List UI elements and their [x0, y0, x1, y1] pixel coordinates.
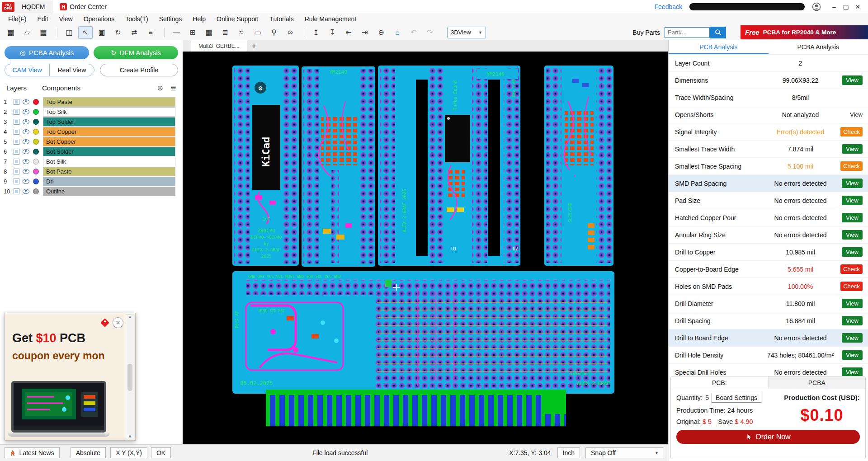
buy-parts-link[interactable]: Buy Parts — [632, 29, 660, 36]
scrollbar-thumb[interactable] — [127, 364, 132, 391]
promo-banner[interactable]: Free PCBA for RP2040 & More — [741, 25, 868, 39]
add-layer-icon[interactable]: ⊕ — [157, 84, 163, 92]
open-icon[interactable]: ▱ — [20, 26, 34, 39]
analysis-action-button[interactable]: View — [842, 367, 863, 377]
layer-color-dot[interactable] — [33, 129, 39, 135]
layer-row[interactable]: 7 Bot Silk — [0, 156, 183, 166]
pcb-canvas[interactable]: ⚙ KiCad 1uF Z80CPU DIP40->DIP40 by ALEX-… — [183, 52, 669, 444]
close-icon[interactable]: ✕ — [113, 317, 123, 328]
analysis-action-button[interactable]: View — [842, 144, 863, 154]
align-icon[interactable]: ≡ — [143, 26, 158, 39]
analysis-action-button[interactable]: View — [842, 247, 863, 257]
analysis-action-button[interactable]: View — [842, 350, 863, 360]
layer-row[interactable]: 1 Top Paste — [0, 97, 183, 107]
layer-checkbox[interactable] — [14, 159, 19, 165]
cam-view-button[interactable]: CAM View — [5, 64, 50, 76]
layer-name[interactable]: Bot Solder — [43, 147, 175, 156]
analysis-action-button[interactable]: View — [850, 111, 863, 118]
layer-checkbox[interactable] — [14, 129, 19, 135]
analysis-action-button[interactable]: Check — [840, 127, 863, 136]
visibility-eye-icon[interactable] — [23, 99, 29, 104]
layer-checkbox[interactable] — [14, 109, 19, 115]
layer-name[interactable]: Drl — [43, 177, 175, 186]
visibility-eye-icon[interactable] — [23, 159, 29, 164]
feedback-link[interactable]: Feedback — [655, 3, 682, 10]
menu-item[interactable]: Tutorials — [264, 15, 299, 23]
layer-checkbox[interactable] — [14, 149, 19, 155]
analysis-action-button[interactable]: View — [842, 179, 863, 188]
pan-right-icon[interactable]: ⇥ — [358, 26, 372, 39]
visibility-eye-icon[interactable] — [23, 129, 29, 134]
wave-icon[interactable]: ≈ — [234, 26, 249, 39]
layer-color-dot[interactable] — [33, 179, 39, 184]
visibility-eye-icon[interactable] — [23, 179, 29, 184]
import-icon[interactable]: ↧ — [325, 26, 340, 39]
snap-select[interactable]: Snap Off ▼ — [585, 447, 664, 458]
menu-item[interactable]: Rule Management — [299, 15, 362, 23]
layer-stack-icon[interactable]: ≣ — [218, 26, 232, 39]
select-cursor-icon[interactable]: ↖ — [78, 26, 93, 39]
layer-checkbox[interactable] — [14, 179, 19, 184]
zoom-out-icon[interactable]: ⊖ — [374, 26, 388, 39]
analysis-action-button[interactable]: View — [842, 333, 863, 343]
pcb-render[interactable]: ⚙ KiCad 1uF Z80CPU DIP40->DIP40 by ALEX-… — [183, 52, 669, 444]
title-ad-banner[interactable] — [689, 3, 805, 10]
visibility-eye-icon[interactable] — [23, 169, 29, 174]
xy-mode-button[interactable]: X Y (X,Y) — [110, 447, 147, 458]
quantity-value[interactable]: 5 — [705, 394, 709, 401]
analysis-action-button[interactable]: View — [842, 213, 863, 222]
flip-horizontal-icon[interactable]: ⇄ — [127, 26, 142, 39]
panel-icon[interactable]: ◫ — [62, 26, 76, 39]
layer-color-dot[interactable] — [33, 149, 39, 155]
layer-checkbox[interactable] — [14, 188, 19, 194]
layer-color-dot[interactable] — [33, 99, 39, 105]
layer-row[interactable]: 9 Drl — [0, 176, 183, 186]
analysis-action-button[interactable]: View — [842, 299, 863, 308]
pan-left-icon[interactable]: ⇤ — [341, 26, 356, 39]
part-search-input[interactable] — [665, 27, 710, 38]
menu-item[interactable]: Operations — [78, 15, 120, 23]
unit-button[interactable]: Inch — [557, 447, 580, 458]
layer-name[interactable]: Bot Silk — [43, 157, 175, 166]
layer-color-dot[interactable] — [33, 159, 39, 165]
save-icon[interactable]: ▦ — [4, 26, 18, 39]
ruler-icon[interactable]: ▭ — [250, 26, 265, 39]
order-now-button[interactable]: Order Now — [676, 430, 860, 444]
promo-popup[interactable]: ✕ Get $10 PCB coupon every mon ▲ ▼ — [5, 313, 136, 441]
scrollbar[interactable]: ▲ ▼ — [126, 314, 134, 439]
layer-color-dot[interactable] — [33, 169, 39, 174]
layer-checkbox[interactable] — [14, 139, 19, 145]
order-tab-pcba[interactable]: PCBA — [768, 376, 866, 389]
analysis-action-button[interactable]: View — [842, 75, 863, 85]
menu-item[interactable]: Settings — [154, 15, 188, 23]
tab-components[interactable]: Components — [42, 84, 80, 92]
scroll-down-icon[interactable]: ▼ — [128, 434, 132, 439]
analysis-action-button[interactable]: Check — [840, 161, 863, 171]
binoculars-icon[interactable]: ∞ — [283, 26, 297, 39]
visibility-eye-icon[interactable] — [23, 119, 29, 124]
layer-row[interactable]: 3 Top Solder — [0, 117, 183, 127]
layer-row[interactable]: 5 Bot Copper — [0, 136, 183, 146]
line-tool-icon[interactable]: — — [169, 26, 184, 39]
menu-item[interactable]: Online Support — [211, 15, 264, 23]
visibility-eye-icon[interactable] — [23, 139, 29, 144]
layer-name[interactable]: Outline — [43, 187, 175, 196]
maximize-button[interactable]: ▢ — [840, 3, 852, 10]
layer-color-dot[interactable] — [33, 119, 39, 125]
ok-button[interactable]: OK — [151, 447, 171, 458]
menu-item[interactable]: Help — [187, 15, 211, 23]
layer-stack-icon[interactable]: ≣ — [170, 84, 176, 92]
analysis-action-button[interactable]: Check — [840, 282, 863, 291]
board-settings-button[interactable]: Board Settings — [712, 393, 761, 403]
minimize-button[interactable]: – — [828, 3, 840, 10]
layer-name[interactable]: Top Solder — [43, 117, 175, 127]
layer-name[interactable]: Top Copper — [43, 127, 175, 136]
menu-item[interactable]: Tools(T) — [120, 15, 154, 23]
tab-pcba-analysis[interactable]: PCBA Analysis — [769, 40, 868, 54]
visibility-eye-icon[interactable] — [23, 149, 29, 154]
pcba-analysis-button[interactable]: ◎ PCBA Analysis — [5, 46, 89, 59]
layer-checkbox[interactable] — [14, 99, 19, 105]
real-view-button[interactable]: Real View — [50, 64, 94, 76]
layer-checkbox[interactable] — [14, 119, 19, 125]
3dview-select[interactable]: 3DView ▼ — [447, 27, 486, 38]
